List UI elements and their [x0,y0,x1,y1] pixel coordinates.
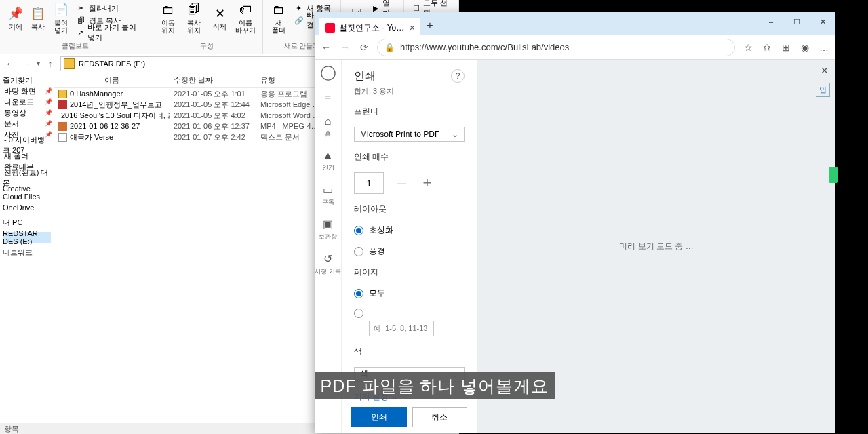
pages-range-radio[interactable] [354,309,465,318]
pin-icon: 📌 [43,98,52,105]
pin-icon: 📌 [7,5,24,22]
sign-chip-icon [829,167,838,183]
yt-rail-subs[interactable]: ▭구독 [315,178,342,212]
file-type-icon [58,100,67,109]
pages-label: 페이지 [354,267,465,278]
paste-icon: 📄 [53,1,69,18]
file-type-icon [58,122,67,131]
nav-item[interactable]: 내 PC [3,217,51,228]
forward-icon: → [339,41,351,54]
drive-icon [64,58,75,69]
pin-icon: 📌 [43,120,52,127]
nav-item[interactable]: 즐겨찾기 [3,75,51,85]
nav-item[interactable]: - 0 사이버뱅크 207 [3,140,51,151]
ribbon-cut-button[interactable]: ✂잘라내기 [77,3,142,14]
paste-shortcut-icon: ↗ [77,28,85,37]
ribbon-copy-to-button[interactable]: 🗐복사위치 [182,1,205,34]
browser-tab[interactable]: 뻘짓연구소 - YouTube × [319,18,420,38]
history-icon: ↺ [323,252,332,265]
address-path: REDSTAR DES (E:) [79,60,145,68]
video-caption: PDF 파일을 하나 넣어볼게요 [315,372,555,399]
copy-to-icon: 🗐 [186,1,202,18]
ribbon-group-label: 클립보드 [62,40,89,52]
favorites-bar-icon[interactable]: ✩ [761,41,773,54]
yt-rail-history[interactable]: ↺시청 기록 [315,247,342,281]
ribbon-group: 🗀이동위치🗐복사위치✕삭제🏷이름바꾸기구성 [151,0,263,54]
pin-icon: 📌 [43,87,52,94]
tab-close-icon[interactable]: × [410,22,415,33]
favorite-icon[interactable]: ☆ [742,41,754,54]
copies-minus-button[interactable]: – [393,175,410,191]
tab-title: 뻘짓연구소 - YouTube [339,22,406,34]
ribbon-new-folder-button[interactable]: 🗀새폴더 [269,1,288,34]
ribbon-delete-button[interactable]: ✕삭제 [208,1,231,34]
color-label: 색 [354,346,465,357]
yt-rail-trending[interactable]: ▲인기 [315,144,342,178]
layout-portrait-radio[interactable]: 초상화 [354,224,465,236]
nav-item[interactable]: 바탕 화면📌 [3,85,51,96]
nav-item[interactable]: 새 폴더 [3,151,51,161]
pages-range-input[interactable] [369,321,434,336]
nav-item[interactable]: 동영상📌 [3,107,51,118]
ribbon-pin-button[interactable]: 📌기에 [5,1,26,34]
print-button[interactable]: 인쇄 [351,407,407,427]
maximize-button[interactable]: ☐ [784,12,810,31]
collections-icon[interactable]: ⊞ [780,41,792,54]
pages-all-radio[interactable]: 모두 [354,288,465,299]
address-box[interactable]: REDSTAR DES (E:) ▾ [60,56,330,71]
move-to-icon: 🗀 [160,1,176,18]
ribbon-group-label: 구성 [200,40,214,52]
preview-status: 미리 보기 로드 중 … [619,241,693,252]
nav-item[interactable]: 문서📌 [3,118,51,129]
omnibox[interactable]: 🔒 https://www.youtube.com/c/BullsLab/vid… [377,39,735,56]
copies-plus-button[interactable]: + [419,175,435,191]
ribbon-paste-shortcut-button[interactable]: ↗바로 가기 붙여넣기 [77,27,142,38]
nav-item[interactable]: Creative Cloud Files [3,187,51,198]
nav-item[interactable]: 진행(완료) 대본 [3,172,51,183]
yt-rail-home[interactable]: ⌂홈 [315,110,342,144]
print-subtitle: 합계: 3 용지 [354,86,465,96]
printer-label: 프린터 [354,106,465,117]
col-date[interactable]: 수정한 날짜 [170,75,256,85]
status-text: 항목 [4,424,19,434]
cancel-button[interactable]: 취소 [412,407,468,427]
home-icon: ⌂ [325,115,332,127]
url-text: https://www.youtube.com/c/BullsLab/video… [400,42,569,52]
preview-close-icon[interactable]: ✕ [821,65,829,76]
nav-back-icon[interactable]: ← [4,58,16,70]
pin-icon: 📌 [43,109,52,116]
nav-item[interactable]: 네트워크 [3,247,51,258]
copies-input[interactable] [354,172,384,194]
profile-icon[interactable]: ◉ [799,41,811,54]
nav-item[interactable]: REDSTAR DES (E:) [3,232,51,243]
nav-item[interactable]: 다운로드📌 [3,96,51,107]
refresh-icon[interactable]: ⟳ [358,41,370,54]
svg-point-0 [321,66,334,80]
back-icon[interactable]: ← [320,41,332,54]
help-button[interactable]: ? [451,69,465,83]
new-item-icon: ✦ [294,3,304,13]
close-button[interactable]: ✕ [810,12,835,31]
chevron-down-icon: ⌄ [452,130,458,139]
ribbon-paste-button[interactable]: 📄붙여넣기 [51,1,71,34]
col-name[interactable]: 이름 [54,75,170,85]
layout-landscape-radio[interactable]: 풍경 [354,245,465,257]
youtube-logo-icon[interactable] [315,60,342,87]
new-folder-icon: 🗀 [271,1,287,18]
nav-item[interactable]: OneDrive [3,202,51,213]
minimize-button[interactable]: – [758,12,784,31]
ribbon-move-to-button[interactable]: 🗀이동위치 [157,1,180,34]
ribbon-copy-button[interactable]: 📋복사 [28,1,49,34]
nav-up-icon[interactable]: ↑ [44,58,56,70]
ribbon-rename-button[interactable]: 🏷이름바꾸기 [234,1,257,34]
overflow-menu-icon[interactable]: … [818,41,830,54]
yt-rail-menu[interactable]: ≡ [315,87,342,110]
yt-rail-library[interactable]: ▣보관함 [315,212,342,247]
copy-path-icon: 🗐 [77,16,86,25]
login-button[interactable]: 인 [816,83,830,97]
radio-icon [354,247,363,256]
printer-select[interactable]: Microsoft Print to PDF ⌄ [354,127,465,142]
history-chevron-icon[interactable]: ▾ [37,60,40,67]
ribbon-group: 📌기에📋복사📄붙여넣기✂잘라내기🗐경로 복사↗바로 가기 붙여넣기클립보드 [0,0,151,54]
new-tab-button[interactable]: + [420,16,439,35]
